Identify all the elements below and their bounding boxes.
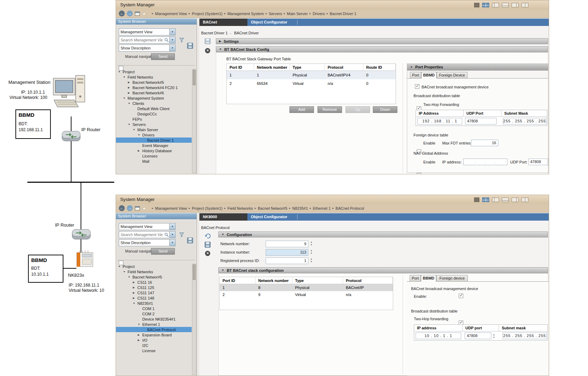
stepper-up-icon[interactable]: ▲ [309, 257, 313, 260]
tree-item-cs11-147[interactable]: ▶CS11 147 [116, 290, 192, 295]
column-header-network-number[interactable]: Network number [255, 277, 292, 284]
save-icon[interactable] [205, 38, 211, 44]
registered-process-id-field[interactable]: 1 [266, 257, 308, 264]
tab-foreign-device[interactable]: Foreign Device [437, 72, 467, 79]
column-header-port-id[interactable]: Port ID [220, 277, 255, 284]
send-button[interactable]: Send [151, 53, 175, 60]
tree-expanded-icon[interactable]: ▼ [138, 134, 142, 136]
tree-item-field-networks[interactable]: ▼Field Networks [116, 269, 192, 274]
tree-item-n8235-1[interactable]: ▼N8235#1 [116, 301, 192, 306]
tree-item-com-2[interactable]: COM 2 [116, 311, 192, 316]
section-stack-config[interactable]: ▼ BT BACnet Stack Config [216, 46, 548, 52]
compact-view-icon[interactable] [474, 3, 479, 7]
tree-expanded-icon[interactable]: ▼ [118, 70, 123, 73]
tree-item-bacnet-protocol[interactable]: BACnet Protocol [116, 327, 192, 332]
layout-bottom-icon[interactable] [502, 3, 509, 7]
search-options-icon[interactable]: ▼ [169, 231, 175, 238]
tree-item-main-server[interactable]: ▼Main Server [116, 127, 192, 132]
tree-expanded-icon[interactable]: ▼ [123, 76, 128, 78]
add-button[interactable]: Add [289, 106, 314, 113]
nat-udp-field[interactable]: 47808 [528, 159, 548, 165]
breadcrumb-item-main-server[interactable]: Main Server [287, 12, 308, 16]
table-row[interactable]: 18PhysicalBACnet/IP [220, 284, 393, 291]
registered-process-id-stepper[interactable]: ▲▼ [309, 257, 313, 263]
tree-item-bacnet-networ-5[interactable]: ▼Bacnet Networ#5 [116, 274, 192, 280]
layout-left-icon[interactable] [492, 3, 499, 7]
stepper-down-icon[interactable]: ▼ [309, 243, 313, 246]
tree-item-default-web-client[interactable]: Default Web Client [116, 106, 192, 111]
view-select[interactable]: Management View ▼ [119, 223, 176, 230]
title-bar[interactable]: System Manager [116, 0, 549, 9]
subnet-mask-field[interactable]: 255 . 255 . 255 . 255 [503, 118, 546, 125]
back-button[interactable]: ← [119, 205, 125, 211]
grid-layout-icon[interactable] [482, 3, 489, 7]
section-settings[interactable]: ▶ Settings [216, 38, 548, 44]
breadcrumb-item-servers[interactable]: Servers [269, 12, 282, 16]
tree-item-com-1[interactable]: COM 1 [116, 306, 192, 311]
tab-port[interactable]: Port [410, 275, 421, 282]
tree-item-licenses[interactable]: Licenses [116, 153, 192, 159]
stepper-up-icon[interactable]: ▲ [309, 249, 313, 252]
bbmd-device-checkbox[interactable] [415, 84, 419, 89]
column-header-subnet-mask[interactable]: Subnet mask [499, 325, 547, 331]
view-select[interactable]: Management View ▼ [119, 28, 176, 35]
tree-expanded-icon[interactable]: ▼ [138, 323, 142, 325]
column-header-type[interactable]: Type [290, 64, 325, 71]
nat-ip-field[interactable]: . . . [463, 159, 507, 165]
section-configuration[interactable]: ▼ Configuration [218, 231, 548, 237]
breadcrumb-item-ethernet-1[interactable]: Ethernet 1 [313, 206, 331, 210]
breadcrumb-item-management-view[interactable]: Management View [155, 206, 187, 210]
description-select[interactable]: Show Description ▼ [119, 239, 176, 246]
down-button[interactable]: Down [373, 106, 397, 113]
column-header-route-id[interactable]: Route ID [363, 64, 396, 71]
chevron-down-icon[interactable]: ▼ [169, 223, 175, 230]
tree-expanded-icon[interactable]: ▼ [128, 276, 132, 278]
expanded-icon[interactable]: ▼ [410, 66, 413, 69]
breadcrumb-item-project-system1[interactable]: Project (System1) [192, 12, 223, 16]
favorite-icon[interactable]: ★ [142, 206, 146, 211]
tab-port[interactable]: Port [410, 72, 421, 79]
tree-item-device-nk82354-1[interactable]: Device NK82354#1 [116, 316, 192, 322]
chevron-down-icon[interactable]: ▼ [169, 240, 175, 246]
tree-item-mail[interactable]: Mail [116, 159, 192, 164]
enable-checkbox[interactable] [459, 294, 463, 298]
tree-item-servers[interactable]: ▼Servers [116, 122, 192, 127]
layout-right-icon[interactable] [512, 197, 519, 202]
forward-button[interactable]: → [127, 205, 133, 211]
tree-item-i2c[interactable]: I2C [116, 343, 192, 348]
tree-collapsed-icon[interactable]: ▶ [133, 286, 137, 289]
tree-expanded-icon[interactable]: ▼ [128, 102, 132, 105]
favorite-icon[interactable]: ★ [142, 11, 146, 16]
port-properties-header[interactable]: ▼ Port Properties [407, 64, 548, 70]
search-options-icon[interactable]: ▼ [169, 37, 175, 43]
detach-window-icon[interactable] [135, 12, 140, 16]
tree-expanded-icon[interactable]: ▼ [128, 123, 132, 126]
tree-item-cs11-125[interactable]: ▶CS11 125 [116, 285, 192, 290]
expanded-icon[interactable]: ▼ [221, 269, 224, 272]
tree-item-field-networks[interactable]: ▼Field Networks [116, 74, 192, 80]
section-stack-configuration[interactable]: ▼ BT BACnet stack configuration [218, 267, 548, 273]
tab-foreign-device[interactable]: Foreign device [436, 275, 468, 282]
scrollbar-thumb[interactable] [193, 264, 196, 280]
tree-item-bacnet-network-5[interactable]: ▶Bacnet Network#5 [116, 80, 192, 85]
layout-bottom-icon[interactable] [502, 197, 509, 202]
tree-collapsed-icon[interactable]: ▶ [138, 339, 142, 342]
collapsed-icon[interactable]: ▶ [219, 40, 221, 43]
tree-expanded-icon[interactable]: ▼ [118, 265, 123, 268]
forward-button[interactable]: → [127, 11, 133, 16]
udp-port-stepper[interactable]: ▲▼ [492, 333, 496, 339]
chevron-down-icon[interactable]: ▼ [169, 29, 175, 35]
tab-bacnet[interactable]: BACnet [199, 19, 247, 26]
table-row[interactable]: 29Virtualn/a [220, 291, 393, 298]
save-search-icon[interactable] [187, 237, 193, 243]
breadcrumb-item-project-system1[interactable]: Project (System1) [192, 206, 223, 210]
edit-undo-icon[interactable] [204, 232, 211, 239]
tree-item-bacnet-driver-1[interactable]: Bacnet Driver 1 [116, 137, 192, 143]
tree-item-feps[interactable]: FEPs [116, 116, 192, 122]
max-fdt-field[interactable]: 16 [471, 140, 498, 146]
tree-scrollbar[interactable] [192, 69, 196, 173]
column-header-ip-address[interactable]: IP address [414, 325, 463, 331]
layout-split-icon[interactable] [521, 197, 528, 202]
search-input[interactable] [119, 231, 164, 238]
filter-icon[interactable] [179, 38, 184, 43]
